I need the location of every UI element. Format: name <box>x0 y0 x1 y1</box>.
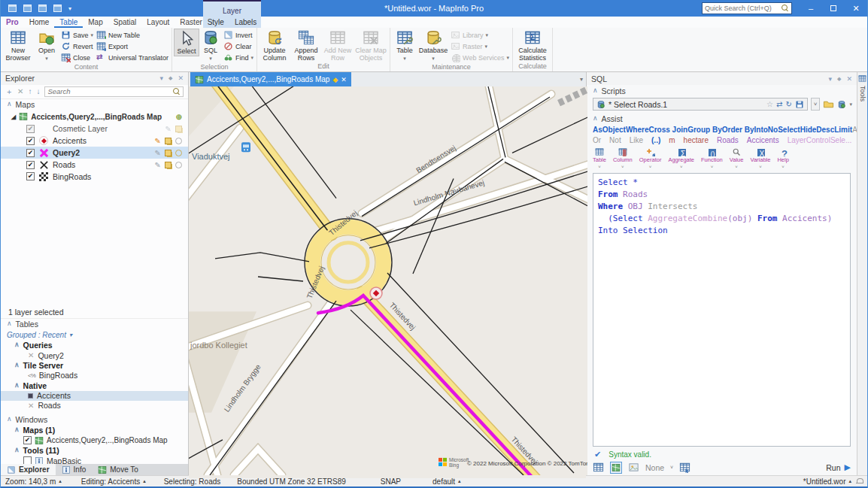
layer-row-accicents[interactable]: ✔ Accicents ✎ <box>1 135 188 147</box>
layer-options-icon[interactable] <box>165 150 171 156</box>
layout-result-icon[interactable] <box>628 462 639 473</box>
native-group-header[interactable]: ∧Native <box>1 380 188 391</box>
open-script-icon[interactable] <box>823 99 834 110</box>
swap-script-icon[interactable]: ⇄ <box>776 100 782 108</box>
kw-object[interactable]: Object <box>602 126 626 134</box>
kw-noselect[interactable]: NoSelect <box>768 126 800 134</box>
layer-zoom-icon[interactable] <box>175 150 182 156</box>
map-result-button[interactable] <box>610 462 622 474</box>
new-script-dropdown-icon[interactable]: ▾ <box>849 102 852 108</box>
favorite-star-icon[interactable]: ☆ <box>766 100 773 108</box>
qat-save-workspace-icon[interactable] <box>23 5 32 12</box>
layer-row-cosmetic[interactable]: ✔ Cosmetic Layer ✎ <box>1 123 188 135</box>
result-target-dropdown-icon[interactable]: ˅ <box>670 465 673 470</box>
explorer-search-input[interactable] <box>47 87 173 95</box>
database-maintenance-dropdown-icon[interactable]: ▾ <box>432 55 435 62</box>
layer-checkbox[interactable]: ✔ <box>26 161 35 169</box>
layer-checkbox[interactable]: ✔ <box>26 125 35 133</box>
tab-table[interactable]: Table <box>54 17 83 28</box>
save-dropdown-icon[interactable]: ▾ <box>91 32 94 38</box>
status-style[interactable]: default▴ <box>432 477 461 486</box>
explorer-move-down-icon[interactable]: ↓ <box>36 87 40 95</box>
invert-button[interactable]: Invert <box>222 29 255 41</box>
assist-function-button[interactable]: ()Function˅ <box>701 147 723 170</box>
qat-open-table-icon[interactable] <box>38 5 47 12</box>
explorer-close-icon[interactable]: ✕ <box>178 74 184 82</box>
layer-row-query2[interactable]: ✔ Query2 ✎ <box>1 147 188 159</box>
kw-roads[interactable]: Roads <box>717 136 739 144</box>
status-zoom[interactable]: Zoom: 140,3 m▴ <box>5 477 62 486</box>
accident-point[interactable] <box>370 287 382 299</box>
sql-dropdown-icon[interactable]: ▾ <box>209 55 212 62</box>
map-tab-close-icon[interactable]: ✕ <box>341 76 347 83</box>
explorer-menu-icon[interactable]: ▾ <box>160 74 164 82</box>
add-layer-icon[interactable]: ⊕ <box>176 113 182 121</box>
script-dropdown-button[interactable]: ˅ <box>811 98 821 111</box>
close-button[interactable]: ✕ <box>845 0 867 17</box>
map-window-tab[interactable]: Accicents,Query2,...,BingRoads Map ◆ ✕ <box>190 72 351 86</box>
edit-style-icon[interactable]: ✎ <box>165 125 171 133</box>
result-target-label[interactable]: None <box>645 463 664 472</box>
new-browser-button[interactable]: New Browser <box>2 29 34 62</box>
map-tree-node[interactable]: ◢ Accicents,Query2,...,BingRoads Map ⊕ <box>1 111 188 123</box>
edit-style-icon[interactable]: ✎ <box>155 137 161 145</box>
layer-row-roads[interactable]: ✔ Roads ✎ <box>1 159 188 171</box>
open-dropdown-icon[interactable]: ▾ <box>45 55 48 62</box>
windows-section-header[interactable]: ∧Windows <box>1 414 188 426</box>
script-selector[interactable]: * Select Roads.1 ☆ ⇄ ↻ <box>593 98 808 111</box>
notifications-bell-icon[interactable] <box>856 478 863 485</box>
windows-maps-header[interactable]: ∧Maps (1) <box>1 425 188 435</box>
status-editing[interactable]: Editing: Accicents▴ <box>81 477 146 486</box>
kw-groupby[interactable]: Group By <box>687 126 722 134</box>
assist-variable-button[interactable]: XVariable˅ <box>750 147 770 170</box>
status-workspace[interactable]: *Untitled.wor▴ <box>803 477 851 486</box>
status-selecting[interactable]: Selecting: Roads <box>164 477 221 486</box>
assist-aggregate-button[interactable]: ΣAggregate˅ <box>668 147 694 170</box>
kw-crossjoin[interactable]: Cross Join <box>648 126 687 134</box>
browser-result-icon[interactable] <box>593 462 604 473</box>
calculate-statistics-button[interactable]: Σ Calculate Statistics <box>514 29 551 62</box>
kw-or[interactable]: Or <box>593 136 601 144</box>
window-item-map[interactable]: ✔Accicents,Query2,..,BingRoads Map <box>1 435 188 445</box>
kw-hectare[interactable]: hectare <box>684 136 709 144</box>
tables-section-header[interactable]: ∧Tables <box>1 319 188 330</box>
kw-meters[interactable]: m <box>669 136 675 144</box>
kw-into[interactable]: Into <box>754 126 768 134</box>
sql-pin-icon[interactable]: ◆ <box>837 76 841 82</box>
explorer-add-icon[interactable]: ＋ <box>5 86 13 97</box>
tab-home[interactable]: Home <box>24 17 55 28</box>
kw-accicents[interactable]: Accicents <box>747 136 779 144</box>
sql-close-icon[interactable]: ✕ <box>846 75 852 83</box>
revert-button[interactable]: Revert <box>59 41 95 52</box>
bottom-tab-info[interactable]: Info <box>56 464 93 475</box>
kw-where[interactable]: Where <box>626 126 649 134</box>
tab-labels[interactable]: Labels <box>231 17 260 28</box>
assist-value-button[interactable]: Value˅ <box>730 147 744 170</box>
tab-pro[interactable]: Pro <box>1 17 24 28</box>
expander-icon[interactable]: ◢ <box>11 114 16 120</box>
assist-column-button[interactable]: Column˅ <box>613 147 633 170</box>
bottom-tab-explorer[interactable]: Explorer <box>1 464 56 475</box>
find-button[interactable]: Find▾ <box>222 52 255 63</box>
bottom-tab-moveto[interactable]: Move To <box>92 464 144 475</box>
save-button[interactable]: Save▾ <box>59 29 95 41</box>
kw-like[interactable]: Like <box>630 136 643 144</box>
maps-section-header[interactable]: ∧Maps <box>1 99 188 111</box>
queries-group-header[interactable]: ∧Queries <box>1 340 188 350</box>
kw-hide[interactable]: Hide <box>800 126 817 134</box>
table-item-query2[interactable]: ✕Query2 <box>1 350 188 360</box>
sql-query-editor[interactable]: Select * From Roads Where OBJ Intersects… <box>593 173 851 447</box>
select-button[interactable]: Select <box>174 29 199 56</box>
explorer-move-up-icon[interactable]: ↑ <box>28 87 32 95</box>
export-button[interactable]: Export <box>95 41 170 52</box>
map-canvas[interactable]: Viaduktvej jordbo Kollegiet Bendtsensvej… <box>189 86 586 478</box>
tab-map[interactable]: Map <box>83 17 108 28</box>
new-script-icon[interactable] <box>837 100 846 109</box>
edit-style-icon[interactable]: ✎ <box>155 149 161 157</box>
edit-style-icon[interactable]: ✎ <box>155 161 161 169</box>
status-projection[interactable]: Bounded UTM Zone 32 ETRS89 <box>237 477 346 486</box>
scripts-section-header[interactable]: ∧Scripts <box>587 85 857 96</box>
layer-zoom-icon[interactable] <box>175 138 182 144</box>
tab-style[interactable]: Style <box>204 17 228 28</box>
explorer-pin-icon[interactable]: ◆ <box>168 75 172 81</box>
